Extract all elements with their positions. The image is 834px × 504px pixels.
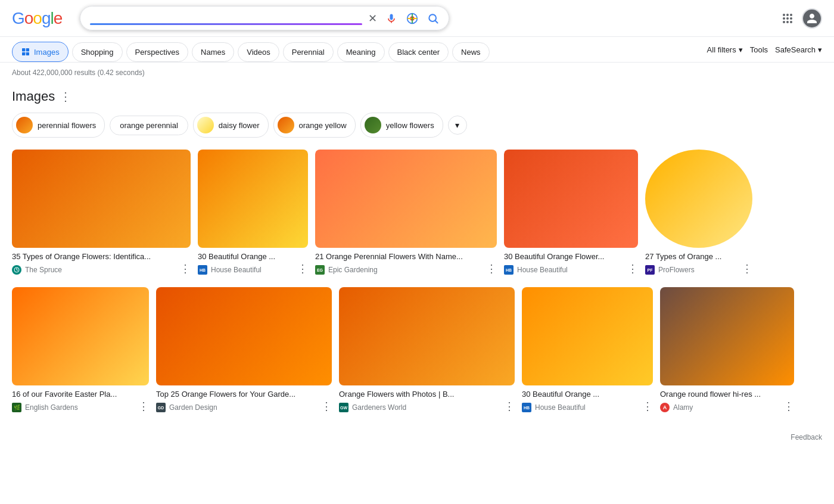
source-name-4: House Beautiful [517, 266, 568, 274]
card-menu-6[interactable]: ⋮ [138, 400, 149, 413]
image-placeholder-1 [12, 150, 191, 248]
search-input[interactable]: round orange flower [90, 11, 362, 22]
chip-daisy[interactable]: daisy flower [193, 113, 269, 138]
source-name-8: Gardeners World [352, 403, 406, 412]
safesearch-button[interactable]: SafeSearch ▾ [775, 45, 822, 54]
tab-images[interactable]: Images [12, 42, 69, 62]
svg-line-3 [435, 20, 438, 23]
image-card-2[interactable]: 30 Beautiful Orange ... HB House Beautif… [198, 150, 308, 275]
source-logo-4: HB [504, 265, 514, 275]
image-search-button[interactable] [406, 12, 419, 25]
image-placeholder-9 [522, 287, 653, 385]
image-card-1[interactable]: 35 Types of Orange Flowers: Identifica..… [12, 150, 191, 275]
tab-shopping[interactable]: Shopping [72, 42, 123, 62]
chip-orange-perennial[interactable]: orange perennial [110, 116, 188, 135]
image-card-4[interactable]: 30 Beautiful Orange Flower... HB House B… [504, 150, 638, 275]
card-title-2: 30 Beautiful Orange ... [198, 251, 308, 262]
tab-black-center[interactable]: Black center [388, 42, 449, 62]
source-logo-2: HB [198, 265, 207, 275]
chip-perennial[interactable]: perennial flowers [12, 113, 105, 138]
card-source-row-10: A Alamy ⋮ [660, 400, 794, 413]
card-menu-3[interactable]: ⋮ [486, 262, 497, 275]
image-card-8[interactable]: Orange Flowers with Photos | B... GW Gar… [339, 287, 515, 413]
image-placeholder-2 [198, 150, 308, 248]
header-right [783, 8, 822, 29]
all-filters-arrow: ▾ [739, 45, 743, 54]
tab-videos[interactable]: Videos [238, 42, 279, 62]
tab-news-label: News [461, 48, 481, 57]
card-source-7: GD Garden Design [156, 403, 217, 412]
chips-expand-button[interactable]: ▾ [448, 116, 467, 135]
safesearch-arrow: ▾ [818, 45, 822, 54]
image-card-7[interactable]: Top 25 Orange Flowers for Your Garde... … [156, 287, 332, 413]
tools-button[interactable]: Tools [750, 45, 768, 54]
source-name-6: English Gardens [25, 403, 78, 412]
tab-shopping-label: Shopping [81, 48, 114, 57]
logo-letter-e: e [54, 9, 63, 28]
all-filters-button[interactable]: All filters ▾ [707, 45, 743, 54]
voice-search-button[interactable] [385, 13, 397, 24]
chip-yellow-flowers-label: yellow flowers [386, 121, 434, 130]
grid-dot [786, 21, 789, 23]
grid-dot [783, 17, 785, 20]
card-menu-7[interactable]: ⋮ [321, 400, 332, 413]
results-info: About 422,000,000 results (0.42 seconds) [0, 63, 834, 83]
header: G o o g l e round orange flower ✕ [0, 0, 834, 37]
tab-perspectives-label: Perspectives [135, 48, 179, 57]
source-logo-9: HB [522, 403, 531, 412]
tab-perspectives[interactable]: Perspectives [126, 42, 188, 62]
card-menu-5[interactable]: ⋮ [742, 262, 752, 275]
card-menu-9[interactable]: ⋮ [642, 400, 653, 413]
card-menu-8[interactable]: ⋮ [504, 400, 515, 413]
card-title-6: 16 of our Favorite Easter Pla... [12, 389, 149, 400]
grid-dot [786, 14, 789, 16]
grid-dot [783, 21, 785, 23]
images-menu-icon[interactable]: ⋮ [60, 89, 71, 104]
card-source-3: EG Epic Gardening [315, 265, 378, 275]
images-header: Images ⋮ [12, 89, 822, 104]
card-source-row-9: HB House Beautiful ⋮ [522, 400, 653, 413]
card-title-3: 21 Orange Perennial Flowers With Name... [315, 251, 497, 262]
image-wrapper-10 [660, 287, 794, 385]
chip-yellow-flowers[interactable]: yellow flowers [360, 113, 443, 138]
card-menu-4[interactable]: ⋮ [627, 262, 638, 275]
source-name-7: Garden Design [169, 403, 217, 412]
image-card-9[interactable]: 30 Beautiful Orange ... HB House Beautif… [522, 287, 653, 413]
feedback[interactable]: Feedback [0, 431, 834, 444]
search-submit-button[interactable] [427, 13, 439, 24]
chip-orange-yellow-label: orange yellow [299, 121, 347, 130]
card-title-9: 30 Beautiful Orange ... [522, 389, 653, 400]
chip-yellow-flowers-img [365, 117, 381, 133]
card-title-7: Top 25 Orange Flowers for Your Garde... [156, 389, 332, 400]
tab-names[interactable]: Names [192, 42, 234, 62]
tab-news[interactable]: News [452, 42, 490, 62]
card-source-10: A Alamy [660, 403, 693, 412]
card-title-5: 27 Types of Orange ... [645, 251, 752, 262]
image-wrapper-3 [315, 150, 497, 248]
source-name-5: ProFlowers [658, 266, 695, 274]
chip-orange-yellow-img [278, 117, 294, 133]
card-source-row-7: GD Garden Design ⋮ [156, 400, 332, 413]
image-placeholder-5 [645, 150, 752, 248]
source-logo-10: A [660, 403, 670, 412]
tab-meaning[interactable]: Meaning [337, 42, 385, 62]
image-card-3[interactable]: 21 Orange Perennial Flowers With Name...… [315, 150, 497, 275]
tab-images-label: Images [34, 48, 60, 57]
card-menu-1[interactable]: ⋮ [180, 262, 191, 275]
source-logo-5: PF [645, 265, 655, 275]
image-placeholder-7 [156, 287, 332, 385]
image-wrapper-4 [504, 150, 638, 248]
apps-icon[interactable] [783, 14, 792, 23]
image-card-6[interactable]: 16 of our Favorite Easter Pla... 🌿 Engli… [12, 287, 149, 413]
image-card-10[interactable]: Orange round flower hi-res ... A Alamy ⋮ [660, 287, 794, 413]
card-menu-10[interactable]: ⋮ [783, 400, 794, 413]
google-logo: G o o g l e [12, 9, 62, 28]
clear-search-button[interactable]: ✕ [368, 12, 377, 25]
tab-perennial[interactable]: Perennial [283, 42, 334, 62]
chip-perennial-img [16, 117, 33, 133]
image-card-5[interactable]: 27 Types of Orange ... PF ProFlowers ⋮ [645, 150, 752, 275]
chip-orange-yellow[interactable]: orange yellow [273, 113, 356, 138]
card-source-5: PF ProFlowers [645, 265, 695, 275]
card-menu-2[interactable]: ⋮ [297, 262, 308, 275]
user-avatar[interactable] [802, 8, 822, 29]
